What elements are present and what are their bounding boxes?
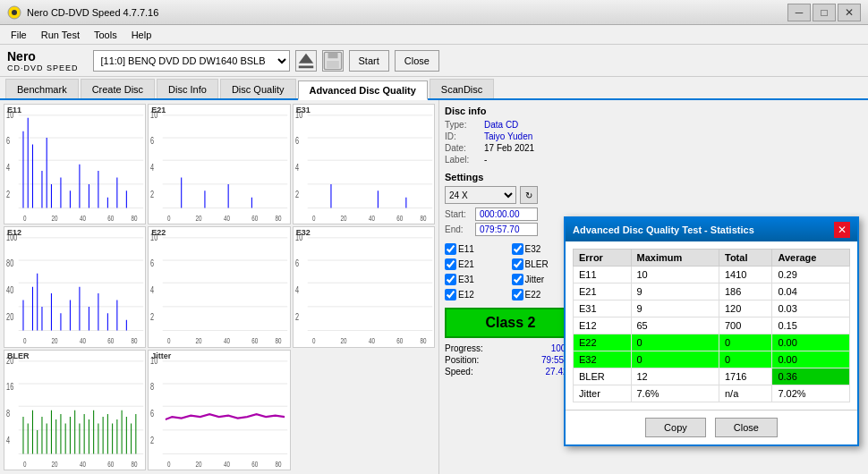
row-e31-max: 9 — [631, 300, 719, 317]
row-e32-avg: 0.00 — [772, 351, 850, 368]
row-e12-error: E12 — [574, 317, 632, 334]
table-row-e32: E32 0 0 0.00 — [574, 351, 850, 368]
svg-text:40: 40 — [369, 214, 375, 223]
row-e21-total: 186 — [719, 284, 772, 300]
svg-text:20: 20 — [340, 337, 346, 346]
col-total: Total — [719, 250, 772, 267]
svg-text:40: 40 — [80, 460, 86, 469]
svg-text:6: 6 — [6, 136, 10, 147]
svg-text:0: 0 — [167, 337, 170, 346]
menu-help[interactable]: Help — [124, 28, 159, 42]
close-button[interactable]: ✕ — [838, 4, 861, 21]
svg-text:40: 40 — [224, 337, 230, 346]
type-label: Type: — [445, 120, 481, 130]
cb-e31[interactable] — [445, 274, 456, 285]
svg-text:40: 40 — [80, 214, 86, 223]
menu-file[interactable]: File — [4, 28, 34, 42]
dialog-title-close-button[interactable]: ✕ — [834, 222, 850, 238]
svg-text:2: 2 — [150, 435, 154, 445]
tab-scan-disc[interactable]: ScanDisc — [430, 79, 494, 98]
start-button[interactable]: Start — [349, 50, 389, 72]
tab-create-disc[interactable]: Create Disc — [81, 79, 155, 98]
window-title: Nero CD-DVD Speed 4.7.7.16 — [27, 7, 787, 18]
svg-text:0: 0 — [312, 214, 315, 223]
svg-text:20: 20 — [51, 337, 57, 346]
cb-e32[interactable] — [512, 243, 523, 255]
date-value: 17 Feb 2021 — [484, 143, 534, 153]
drive-selector[interactable]: [11:0] BENQ DVD DD DW1640 BSLB — [93, 50, 290, 72]
row-e11-error: E11 — [574, 267, 632, 284]
main-content: E11 10 6 4 2 0 20 40 60 80 — [0, 100, 868, 474]
row-e11-max: 10 — [631, 267, 719, 284]
svg-rect-36 — [149, 105, 289, 224]
svg-text:40: 40 — [6, 285, 13, 296]
progress-label: Progress: — [445, 343, 483, 353]
minimize-button[interactable]: ─ — [787, 4, 811, 21]
nero-logo-bottom: CD·DVD SPEED — [7, 63, 79, 72]
svg-text:4: 4 — [150, 285, 154, 296]
svg-text:20: 20 — [196, 460, 202, 469]
window-controls: ─ □ ✕ — [787, 4, 861, 21]
checkbox-e31: E31 — [445, 274, 510, 285]
svg-point-1 — [12, 10, 17, 15]
row-bler-error: BLER — [574, 368, 632, 385]
speed-refresh-btn[interactable]: ↻ — [520, 186, 538, 204]
cb-e11[interactable] — [445, 243, 456, 255]
menu-run-test[interactable]: Run Test — [34, 28, 87, 42]
row-e22-avg: 0.00 — [772, 334, 850, 351]
toolbar-close-button[interactable]: Close — [395, 50, 439, 72]
chart-jitter-label: Jitter — [151, 351, 171, 360]
svg-text:20: 20 — [6, 312, 13, 323]
right-panel: Disc info Type: Data CD ID: Taiyo Yuden … — [438, 100, 582, 474]
tab-disc-quality[interactable]: Disc Quality — [220, 79, 296, 98]
cb-bler[interactable] — [512, 258, 523, 270]
cb-e22[interactable] — [512, 289, 523, 300]
svg-rect-73 — [4, 227, 145, 346]
disc-type-row: Type: Data CD — [445, 120, 576, 130]
speed-selector[interactable]: 24 X — [445, 186, 516, 204]
disc-info-title: Disc info — [445, 106, 576, 116]
svg-text:80: 80 — [6, 259, 13, 270]
svg-rect-116 — [294, 227, 434, 346]
row-e12-max: 65 — [631, 317, 719, 334]
svg-text:4: 4 — [295, 163, 299, 174]
tab-benchmark[interactable]: Benchmark — [5, 79, 79, 98]
svg-text:4: 4 — [6, 435, 10, 445]
svg-rect-6 — [327, 61, 339, 68]
type-value: Data CD — [484, 120, 518, 130]
menu-tools[interactable]: Tools — [87, 28, 124, 42]
tab-advanced-disc-quality[interactable]: Advanced Disc Quality — [298, 80, 428, 100]
id-label: ID: — [445, 131, 481, 141]
copy-button[interactable]: Copy — [645, 418, 706, 437]
save-button[interactable] — [322, 50, 344, 72]
close-dialog-button[interactable]: Close — [715, 418, 778, 437]
progress-section: Progress: 100 % Position: 79:55.00 Speed… — [445, 343, 576, 377]
row-jitter-total: n/a — [719, 385, 772, 402]
cb-e21[interactable] — [445, 258, 456, 270]
svg-text:80: 80 — [420, 337, 426, 346]
table-row-e12: E12 65 700 0.15 — [574, 317, 850, 334]
chart-e31-label: E31 — [296, 106, 311, 114]
col-average: Average — [772, 250, 850, 267]
row-bler-max: 12 — [631, 368, 719, 385]
chart-e11-label: E11 — [7, 106, 21, 114]
svg-text:0: 0 — [167, 460, 170, 469]
svg-text:40: 40 — [80, 337, 86, 346]
start-value: 000:00.00 — [475, 207, 538, 221]
svg-text:2: 2 — [150, 189, 154, 199]
cb-e12[interactable] — [445, 289, 456, 300]
tab-disc-info[interactable]: Disc Info — [157, 79, 218, 98]
svg-text:0: 0 — [23, 214, 26, 223]
cb-jitter[interactable] — [512, 274, 523, 285]
svg-text:2: 2 — [295, 189, 299, 199]
eject-button[interactable] — [295, 50, 317, 72]
table-row-e11: E11 10 1410 0.29 — [574, 267, 850, 284]
row-jitter-error: Jitter — [574, 385, 632, 402]
svg-text:4: 4 — [150, 163, 154, 174]
chart-e21-label: E21 — [151, 106, 166, 114]
col-maximum: Maximum — [631, 250, 719, 267]
svg-text:80: 80 — [276, 337, 282, 346]
svg-text:60: 60 — [107, 337, 114, 346]
cb-e12-label: E12 — [458, 290, 474, 300]
maximize-button[interactable]: □ — [813, 4, 836, 21]
